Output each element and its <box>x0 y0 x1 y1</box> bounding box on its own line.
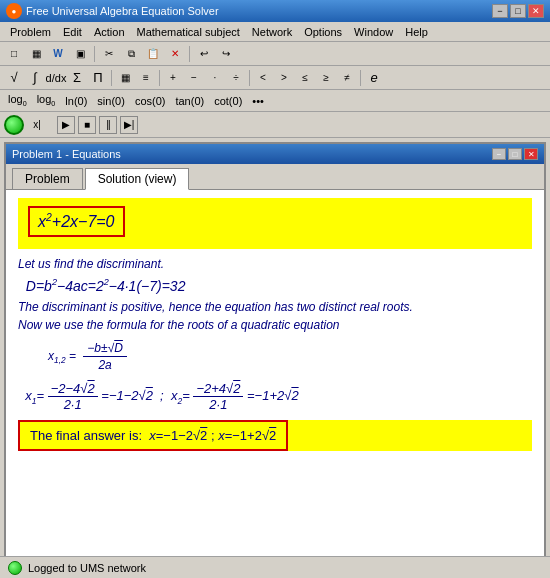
inner-title-controls: − □ ✕ <box>492 148 538 160</box>
minimize-button[interactable]: − <box>492 4 508 18</box>
sep4 <box>159 70 160 86</box>
title-bar-controls: − □ ✕ <box>492 4 544 18</box>
status-text: Logged to UMS network <box>28 562 146 574</box>
network-status-icon <box>8 561 22 575</box>
grid2-button[interactable]: ▦ <box>115 69 135 87</box>
ln0-button[interactable]: ln(0) <box>61 93 91 109</box>
title-bar-left: ● Free Universal Algebra Equation Solver <box>6 3 219 19</box>
tab-problem[interactable]: Problem <box>12 168 83 189</box>
tab-bar: Problem Solution (view) <box>6 164 544 189</box>
solution-content: x2+2x−7=0 Let us find the discriminant. … <box>6 189 544 560</box>
geq-button[interactable]: ≥ <box>316 69 336 87</box>
sep2 <box>189 46 190 62</box>
inner-title-bar: Problem 1 - Equations − □ ✕ <box>6 144 544 164</box>
open-button[interactable]: ▦ <box>26 45 46 63</box>
inner-maximize-btn[interactable]: □ <box>508 148 522 160</box>
maximize-button[interactable]: □ <box>510 4 526 18</box>
final-answer-box: The final answer is: x=−1−2√2 ; x=−1+2√2 <box>18 420 288 451</box>
toolbar-math: √ ∫ d/dx Σ Π ▦ ≡ + − · ÷ < > ≤ ≥ ≠ e <box>0 66 550 90</box>
minus-button[interactable]: − <box>184 69 204 87</box>
menu-action[interactable]: Action <box>88 24 131 40</box>
inner-close-btn[interactable]: ✕ <box>524 148 538 160</box>
greater-button[interactable]: > <box>274 69 294 87</box>
toolbar-functions: log0 log0 ln(0) sin(0) cos(0) tan(0) cot… <box>0 90 550 112</box>
inner-window: Problem 1 - Equations − □ ✕ Problem Solu… <box>4 142 546 562</box>
tan0-button[interactable]: tan(0) <box>171 93 208 109</box>
undo-button[interactable]: ↩ <box>194 45 214 63</box>
sep3 <box>111 70 112 86</box>
log0-button[interactable]: log0 <box>4 91 31 110</box>
formula-intro-text: Now we use the formula for the roots of … <box>18 318 532 332</box>
cut-button[interactable]: ✂ <box>99 45 119 63</box>
menu-window[interactable]: Window <box>348 24 399 40</box>
neq-button[interactable]: ≠ <box>337 69 357 87</box>
integral-button[interactable]: ∫ <box>25 69 45 87</box>
menu-edit[interactable]: Edit <box>57 24 88 40</box>
tab-solution[interactable]: Solution (view) <box>85 168 190 190</box>
redo-button[interactable]: ↪ <box>216 45 236 63</box>
div-button[interactable]: ÷ <box>226 69 246 87</box>
paste-button[interactable]: 📋 <box>143 45 163 63</box>
equation-box: x2+2x−7=0 <box>28 206 125 237</box>
close-button[interactable]: ✕ <box>528 4 544 18</box>
sep6 <box>360 70 361 86</box>
word-button[interactable]: W <box>48 45 68 63</box>
roots-formula: x1= −2−4√2 2·1 =−1−2√2 ; x2= −2+4√2 2·1 … <box>18 381 532 412</box>
status-bar: Logged to UMS network <box>0 556 550 578</box>
euler-button[interactable]: e <box>364 69 384 87</box>
stop-button[interactable]: ■ <box>78 116 96 134</box>
sep1 <box>94 46 95 62</box>
log0-2-button[interactable]: log0 <box>33 91 60 110</box>
cos0-button[interactable]: cos(0) <box>131 93 170 109</box>
delete-button[interactable]: ✕ <box>165 45 185 63</box>
app-icon: ● <box>6 3 22 19</box>
title-bar: ● Free Universal Algebra Equation Solver… <box>0 0 550 22</box>
inner-window-title: Problem 1 - Equations <box>12 148 121 160</box>
equation-container: x2+2x−7=0 <box>18 198 532 249</box>
plus-button[interactable]: + <box>163 69 183 87</box>
more-button[interactable]: ••• <box>248 93 268 109</box>
menu-options[interactable]: Options <box>298 24 348 40</box>
menu-bar: Problem Edit Action Mathematical subject… <box>0 22 550 42</box>
play-button[interactable]: ▶ <box>57 116 75 134</box>
menu-math-subject[interactable]: Mathematical subject <box>131 24 246 40</box>
dot-button[interactable]: · <box>205 69 225 87</box>
positive-discriminant-text: The discriminant is positive, hence the … <box>18 300 532 314</box>
deriv-button[interactable]: d/dx <box>46 69 66 87</box>
toolbar-file: □ ▦ W ▣ ✂ ⧉ 📋 ✕ ↩ ↪ <box>0 42 550 66</box>
inner-minimize-btn[interactable]: − <box>492 148 506 160</box>
menu-problem[interactable]: Problem <box>4 24 57 40</box>
status-indicator <box>4 115 24 135</box>
discriminant-intro: Let us find the discriminant. <box>18 257 532 271</box>
equiv-button[interactable]: ≡ <box>136 69 156 87</box>
equation-text: x2+2x−7=0 <box>38 213 115 230</box>
discriminant-formula: D=b2−4ac=22−4·1(−7)=32 <box>18 277 532 294</box>
menu-help[interactable]: Help <box>399 24 434 40</box>
quadratic-formula: x1,2 = −b±√D 2a <box>48 340 532 373</box>
copy-button[interactable]: ⧉ <box>121 45 141 63</box>
pause-button[interactable]: ‖ <box>99 116 117 134</box>
menu-network[interactable]: Network <box>246 24 298 40</box>
sqrt-button[interactable]: √ <box>4 69 24 87</box>
app-title: Free Universal Algebra Equation Solver <box>26 5 219 17</box>
sin0-button[interactable]: sin(0) <box>93 93 129 109</box>
product-button[interactable]: Π <box>88 69 108 87</box>
cot0-button[interactable]: cot(0) <box>210 93 246 109</box>
new-button[interactable]: □ <box>4 45 24 63</box>
final-answer-container: The final answer is: x=−1−2√2 ; x=−1+2√2 <box>18 420 532 451</box>
toolbar-playback: x| ▶ ■ ‖ ▶| <box>0 112 550 138</box>
x-input[interactable]: x| <box>27 116 47 134</box>
final-answer-text: The final answer is: x=−1−2√2 ; x=−1+2√2 <box>30 428 276 443</box>
leq-button[interactable]: ≤ <box>295 69 315 87</box>
step-button[interactable]: ▶| <box>120 116 138 134</box>
less-button[interactable]: < <box>253 69 273 87</box>
grid-button[interactable]: ▣ <box>70 45 90 63</box>
sum-button[interactable]: Σ <box>67 69 87 87</box>
sep5 <box>249 70 250 86</box>
